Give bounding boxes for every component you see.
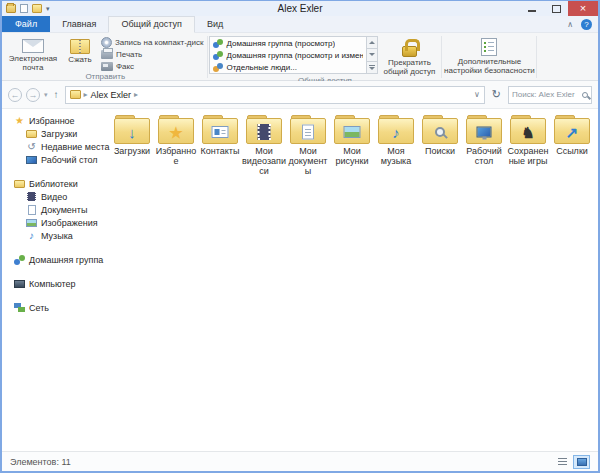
- tabrow-right: ∧ ?: [567, 19, 592, 30]
- sidebar-item-network[interactable]: Сеть: [2, 301, 102, 314]
- computer-icon: [14, 279, 25, 289]
- folder-tile-searches[interactable]: Поиски: [418, 115, 462, 156]
- tab-home[interactable]: Главная: [50, 17, 108, 32]
- contacts-folder-icon: [202, 115, 238, 144]
- music-note-icon: ♪: [392, 124, 400, 139]
- items-count: Элементов: 11: [10, 457, 71, 467]
- folder-tile-my-documents[interactable]: Мои документы: [286, 115, 330, 176]
- help-icon[interactable]: ?: [581, 19, 592, 30]
- burn-disc-button[interactable]: Запись на компакт-диск: [101, 36, 203, 48]
- lock-icon: [402, 46, 417, 57]
- breadcrumb-separator-icon[interactable]: ▸: [134, 90, 138, 99]
- ribbon-separator: [441, 36, 442, 78]
- address-bar: ← → ▾ ↑ ▸ Alex Exler ▸ ∨ ↻: [2, 81, 598, 109]
- print-button[interactable]: Печать: [101, 48, 203, 60]
- folder-tile-favorites[interactable]: ★ Избранное: [154, 115, 198, 166]
- maximize-button[interactable]: [544, 1, 568, 16]
- sidebar-item-homegroup[interactable]: Домашняя группа: [2, 253, 102, 266]
- ribbon-group-share: Домашняя группа (просмотр) Домашняя груп…: [209, 34, 440, 80]
- folder-tile-downloads[interactable]: ↓ Загрузки: [110, 115, 154, 156]
- tab-file[interactable]: Файл: [2, 16, 50, 32]
- ribbon: Электронная почта Сжать Запись на компак…: [2, 33, 598, 81]
- links-folder-icon: ↗: [554, 115, 590, 144]
- desktop-folder-icon: [466, 115, 502, 144]
- folder-tile-contacts[interactable]: Контакты: [198, 115, 242, 156]
- saved-games-folder-icon: ♞: [510, 115, 546, 144]
- film-strip-icon: [258, 124, 271, 140]
- minimize-button[interactable]: [520, 1, 544, 16]
- sidebar-item-videos[interactable]: Видео: [2, 190, 102, 203]
- advanced-security-button[interactable]: Дополнительные настройки безопасности: [443, 34, 535, 75]
- large-icons-view-button[interactable]: [573, 455, 590, 469]
- link-arrow-icon: ↗: [566, 124, 579, 139]
- sidebar-item-documents[interactable]: Документы: [2, 203, 102, 216]
- sidebar-item-music[interactable]: ♪ Музыка: [2, 229, 102, 242]
- security-settings-icon: [481, 38, 497, 56]
- pictures-icon: [26, 218, 37, 228]
- sidebar-item-favorites[interactable]: ★ Избранное: [2, 114, 102, 127]
- sidebar-item-recent-places[interactable]: ↺ Недавние места: [2, 140, 102, 153]
- fax-button[interactable]: Факс: [101, 60, 203, 72]
- share-homegroup-edit[interactable]: Домашняя группа (просмотр и изменение): [210, 49, 366, 61]
- folder-view: ↓ Загрузки ★ Избранное Контакты: [102, 109, 598, 451]
- breadcrumb-path[interactable]: Alex Exler: [91, 90, 132, 100]
- folder-tile-my-music[interactable]: ♪ Моя музыка: [374, 115, 418, 166]
- video-icon: [26, 192, 37, 202]
- history-dropdown-icon[interactable]: ▾: [44, 91, 48, 99]
- properties-icon[interactable]: [20, 4, 28, 13]
- gallery-more[interactable]: [367, 62, 378, 74]
- monitor-icon: [477, 126, 492, 137]
- downloads-folder-icon: [26, 129, 37, 139]
- gallery-scroll-down[interactable]: [367, 49, 378, 61]
- gallery-scroll-up[interactable]: [367, 36, 378, 49]
- folder-tile-desktop[interactable]: Рабочий стол: [462, 115, 506, 166]
- up-button[interactable]: ↑: [52, 89, 61, 100]
- titlebar: ▾ Alex Exler ×: [2, 1, 598, 16]
- search-input[interactable]: [512, 90, 582, 99]
- share-homegroup-view[interactable]: Домашняя группа (просмотр): [210, 37, 366, 49]
- tab-view[interactable]: Вид: [195, 17, 235, 32]
- downloads-folder-icon: ↓: [114, 115, 150, 144]
- sidebar-item-libraries[interactable]: Библиотеки: [2, 177, 102, 190]
- more-icon: [369, 65, 375, 70]
- gallery-scrollbar: [367, 36, 378, 74]
- documents-folder-icon: [290, 115, 326, 144]
- explorer-icon[interactable]: [6, 4, 16, 13]
- qat-dropdown-icon[interactable]: ▾: [46, 5, 50, 12]
- forward-button[interactable]: →: [26, 88, 40, 102]
- folder-tile-my-pictures[interactable]: Мои рисунки: [330, 115, 374, 166]
- close-button[interactable]: ×: [568, 1, 598, 16]
- folder-tile-links[interactable]: ↗ Ссылки: [550, 115, 594, 156]
- ribbon-separator: [207, 36, 208, 78]
- sidebar-item-desktop[interactable]: Рабочий стол: [2, 153, 102, 166]
- new-folder-icon[interactable]: [32, 4, 42, 13]
- email-button[interactable]: Электронная почта: [4, 34, 62, 72]
- ribbon-group-send: Электронная почта Сжать Запись на компак…: [4, 34, 206, 80]
- tab-share[interactable]: Общий доступ: [108, 16, 194, 33]
- breadcrumb[interactable]: ▸ Alex Exler ▸ ∨: [65, 86, 485, 104]
- back-button[interactable]: ←: [8, 88, 22, 102]
- homegroup-icon: [14, 255, 25, 265]
- compress-button[interactable]: Сжать: [62, 34, 98, 65]
- refresh-button[interactable]: ↻: [489, 88, 504, 101]
- window-buttons: ×: [520, 1, 598, 16]
- email-icon: [22, 39, 44, 53]
- sidebar-item-computer[interactable]: Компьютер: [2, 277, 102, 290]
- address-dropdown-icon[interactable]: ∨: [474, 90, 480, 99]
- desktop-icon: [26, 155, 37, 165]
- folder-tile-saved-games[interactable]: ♞ Сохраненные игры: [506, 115, 550, 166]
- sidebar-item-pictures[interactable]: Изображения: [2, 216, 102, 229]
- details-view-button[interactable]: [554, 455, 571, 469]
- share-specific-people[interactable]: Отдельные люди...: [210, 61, 366, 73]
- pictures-folder-icon: [334, 115, 370, 144]
- minimize-icon: [528, 10, 536, 12]
- window-title: Alex Exler: [2, 3, 598, 14]
- search-box[interactable]: [508, 86, 592, 104]
- folder-tile-my-videos[interactable]: Мои видеозаписи: [242, 115, 286, 176]
- photo-icon: [344, 126, 361, 138]
- sidebar-item-downloads[interactable]: Загрузки: [2, 127, 102, 140]
- list-view-icon: [558, 458, 567, 466]
- explorer-window: ▾ Alex Exler × Файл Главная Общий доступ…: [0, 0, 600, 473]
- stop-sharing-button[interactable]: Прекратить общий доступ: [378, 34, 440, 76]
- collapse-ribbon-icon[interactable]: ∧: [567, 21, 573, 29]
